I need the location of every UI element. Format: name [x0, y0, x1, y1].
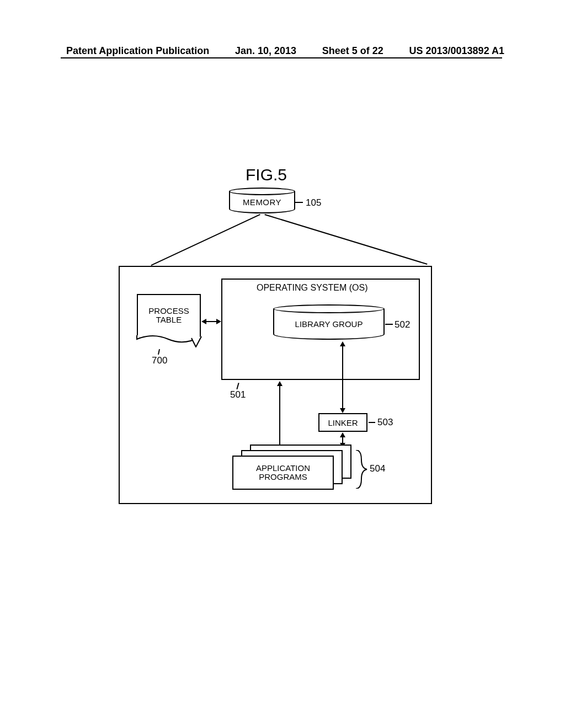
library-ref: 502 [395, 319, 410, 330]
svg-marker-10 [277, 381, 282, 386]
library-label: LIBRARY GROUP [295, 319, 363, 329]
library-body: LIBRARY GROUP [273, 309, 385, 340]
memory-contents-box: OPERATING SYSTEM (OS) LIBRARY GROUP 502 … [119, 266, 432, 504]
memory-ref-tick [295, 202, 303, 203]
svg-marker-7 [340, 432, 345, 437]
figure-area: FIG.5 MEMORY 105 OPERATING SYSTEM (OS) L… [99, 154, 452, 540]
os-title: OPERATING SYSTEM (OS) [257, 283, 368, 293]
svg-marker-2 [216, 319, 221, 324]
os-box: OPERATING SYSTEM (OS) LIBRARY GROUP 502 [221, 279, 420, 380]
os-ref: 501 [230, 389, 246, 400]
sheet-number: Sheet 5 of 22 [322, 45, 383, 57]
memory-top-ellipse [229, 188, 295, 195]
process-table-box: PROCESS TABLE [137, 294, 201, 336]
arrow-proc-to-os [201, 318, 221, 325]
figure-title: FIG.5 [246, 165, 287, 184]
publication-date: Jan. 10, 2013 [235, 45, 296, 57]
process-table-label: PROCESS TABLE [148, 307, 189, 325]
linker-label: LINKER [328, 418, 358, 427]
process-table-doc: PROCESS TABLE [137, 294, 201, 344]
svg-marker-1 [201, 319, 206, 324]
svg-marker-5 [340, 408, 345, 413]
linker-ref: 503 [377, 417, 393, 428]
publication-number: US 2013/0013892 A1 [409, 45, 504, 57]
process-table-curl-icon [136, 335, 202, 348]
os-ref-tick [236, 383, 239, 389]
library-ref-tick [385, 324, 393, 325]
memory-cylinder: MEMORY [229, 191, 295, 216]
apps-brace-icon [355, 450, 369, 489]
memory-ref: 105 [306, 197, 321, 208]
library-top-ellipse [273, 304, 385, 313]
page-header: Patent Application Publication Jan. 10, … [0, 45, 565, 57]
process-table-ref: 700 [152, 355, 167, 366]
library-cylinder: LIBRARY GROUP [273, 308, 385, 342]
arrow-library-to-linker [339, 341, 347, 413]
memory-label: MEMORY [243, 197, 281, 207]
app-card-front: APPLICATION PROGRAMS [232, 456, 334, 490]
header-divider [61, 57, 502, 58]
publication-type: Patent Application Publication [66, 45, 209, 57]
process-table-ref-tick [158, 349, 160, 355]
linker-box: LINKER [318, 413, 367, 432]
linker-ref-tick [369, 422, 375, 423]
svg-marker-4 [340, 341, 345, 346]
applications-ref: 504 [370, 463, 385, 474]
applications-label: APPLICATION PROGRAMS [256, 464, 310, 482]
